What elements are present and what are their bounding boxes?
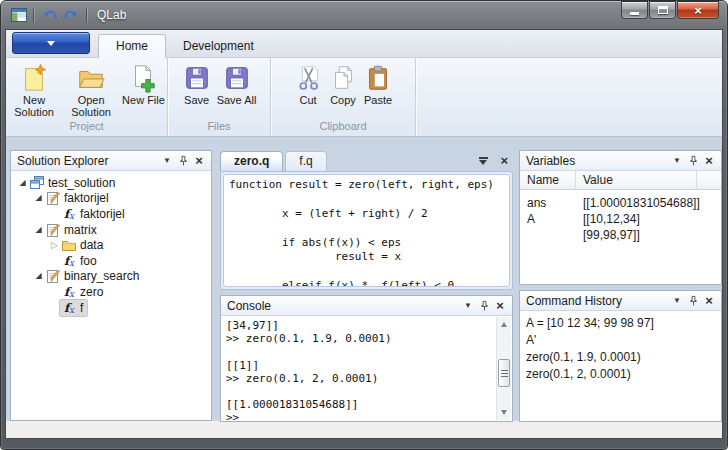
window-position-menu-icon[interactable] (475, 156, 491, 165)
history-item[interactable]: zero(0.1, 2, 0.0001) (526, 366, 721, 383)
minimize-button[interactable] (621, 1, 648, 19)
tree-item-content: data (60, 237, 107, 253)
titlebar-separator (33, 8, 34, 22)
save-icon (182, 63, 212, 93)
console-scrollbar[interactable] (496, 317, 511, 420)
variable-row-a[interactable]: A[[10,12,34] [99,98,97]] (520, 211, 721, 243)
tree-item-label: test_solution (48, 176, 115, 190)
paste-icon (363, 63, 393, 93)
editor-tab-f-q[interactable]: f.q (285, 151, 326, 171)
code-line (229, 264, 509, 278)
tree-item-content: fxfaktorijel (60, 206, 129, 222)
column-name[interactable]: Name (520, 171, 576, 189)
ribbon-tab-row: HomeDevelopment (6, 30, 722, 58)
tree-item-binary-search[interactable]: ◢binary_search (11, 269, 211, 285)
variables-column-header: Name Value (520, 171, 721, 190)
expand-arrow-icon[interactable]: ▷ (49, 240, 60, 250)
ribbon-group-project: New SolutionOpen SolutionNew FileProject (6, 58, 168, 136)
console-line (226, 385, 492, 398)
tree-item-zero[interactable]: fxzero (11, 284, 211, 300)
new-file-button[interactable]: New File (120, 62, 167, 107)
application-menu-button[interactable] (12, 32, 90, 54)
pin-icon[interactable] (685, 153, 701, 168)
console-line: [34,97]] (226, 319, 492, 332)
column-gutter (696, 171, 721, 189)
editor-tab-zero-q[interactable]: zero.q (220, 151, 283, 171)
tree-item-data[interactable]: ▷data (11, 237, 211, 253)
solution-icon (29, 175, 45, 191)
scroll-down-icon[interactable] (498, 406, 510, 419)
editor-close-icon[interactable]: × (500, 153, 508, 168)
undo-button[interactable] (40, 7, 60, 23)
close-icon[interactable]: × (701, 293, 717, 308)
solution-explorer-header: Solution Explorer ▼ × (11, 151, 211, 171)
tree-item-faktorijel[interactable]: fxfaktorijel (11, 206, 211, 222)
code-editor[interactable]: function result = zero(left, right, eps)… (223, 174, 510, 287)
folder-icon (61, 237, 77, 253)
minimize-icon (630, 12, 639, 15)
history-item[interactable]: zero(0.1, 1.9, 0.0001) (526, 349, 721, 366)
titlebar-separator (86, 8, 87, 22)
redo-button[interactable] (60, 7, 80, 23)
client-area: HomeDevelopment New SolutionOpen Solutio… (5, 29, 723, 439)
tab-home[interactable]: Home (98, 34, 166, 58)
panel-menu-icon[interactable]: ▼ (669, 293, 685, 308)
tree-item-foo[interactable]: fxfoo (11, 253, 211, 269)
copy-button[interactable]: Copy (326, 62, 360, 107)
open-solution-icon (76, 63, 106, 93)
titlebar: QLab × (1, 1, 727, 27)
tree-item-matrix[interactable]: ◢matrix (11, 222, 211, 238)
panel-menu-icon[interactable]: ▼ (460, 298, 476, 313)
tree-item-content: fxzero (60, 284, 107, 300)
variable-value: [[1.00001831054688]] (576, 195, 721, 211)
editor-tab-row: zero.qf.q × (220, 150, 513, 171)
close-icon[interactable]: × (701, 153, 717, 168)
tree-item-test-solution[interactable]: ◢test_solution (11, 175, 211, 191)
maximize-button[interactable] (649, 1, 676, 19)
scroll-up-icon[interactable] (498, 318, 510, 331)
open-solution-button[interactable]: Open Solution (63, 62, 119, 119)
variable-row-ans[interactable]: ans[[1.00001831054688]] (520, 195, 721, 211)
variables-header: Variables ▼ × (520, 151, 721, 171)
maximize-icon (658, 6, 668, 14)
scrollbar-thumb[interactable] (498, 359, 510, 387)
project-icon (45, 268, 61, 284)
close-icon[interactable]: × (191, 153, 207, 168)
cut-button[interactable]: Cut (291, 62, 325, 107)
ribbon-group-buttons: New SolutionOpen SolutionNew File (6, 58, 167, 119)
new-file-icon (128, 63, 158, 93)
history-item[interactable]: A = [10 12 34; 99 98 97] (526, 315, 721, 332)
save-all-button[interactable]: Save All (215, 62, 259, 107)
pin-icon[interactable] (476, 298, 492, 313)
new-solution-button[interactable]: New Solution (6, 62, 62, 119)
editor-tabs: zero.qf.q (220, 150, 329, 171)
panel-menu-icon[interactable]: ▼ (669, 153, 685, 168)
button-label: New Solution (8, 94, 60, 118)
code-line (229, 221, 509, 235)
collapse-arrow-icon[interactable]: ◢ (33, 225, 44, 235)
console-line: >> zero(0.1, 1.9, 0.0001) (226, 332, 492, 345)
collapse-arrow-icon[interactable]: ◢ (33, 271, 44, 281)
close-button[interactable]: × (677, 1, 719, 19)
pin-icon[interactable] (685, 293, 701, 308)
editor-content: function result = zero(left, right, eps)… (220, 171, 513, 290)
close-icon[interactable]: × (492, 298, 508, 313)
new-solution-icon (19, 63, 49, 93)
fx-icon: fx (61, 206, 77, 222)
code-line: x = (left + right) / 2 (229, 207, 509, 221)
collapse-arrow-icon[interactable]: ◢ (17, 178, 28, 188)
paste-button[interactable]: Paste (361, 62, 395, 107)
history-item[interactable]: A' (526, 332, 721, 349)
ribbon: New SolutionOpen SolutionNew FileProject… (6, 58, 722, 137)
collapse-arrow-icon[interactable]: ◢ (33, 193, 44, 203)
save-button[interactable]: Save (180, 62, 214, 107)
tree-item-f[interactable]: fxf (11, 300, 211, 316)
variable-name: A (520, 211, 576, 243)
pin-icon[interactable] (175, 153, 191, 168)
panel-title: Variables (526, 154, 669, 168)
column-value[interactable]: Value (576, 171, 696, 189)
tree-item-faktorijel[interactable]: ◢faktorijel (11, 191, 211, 207)
tab-development[interactable]: Development (166, 35, 271, 57)
console-body[interactable]: [34,97]]>> zero(0.1, 1.9, 0.0001)[[1]]>>… (221, 316, 512, 421)
panel-menu-icon[interactable]: ▼ (159, 153, 175, 168)
